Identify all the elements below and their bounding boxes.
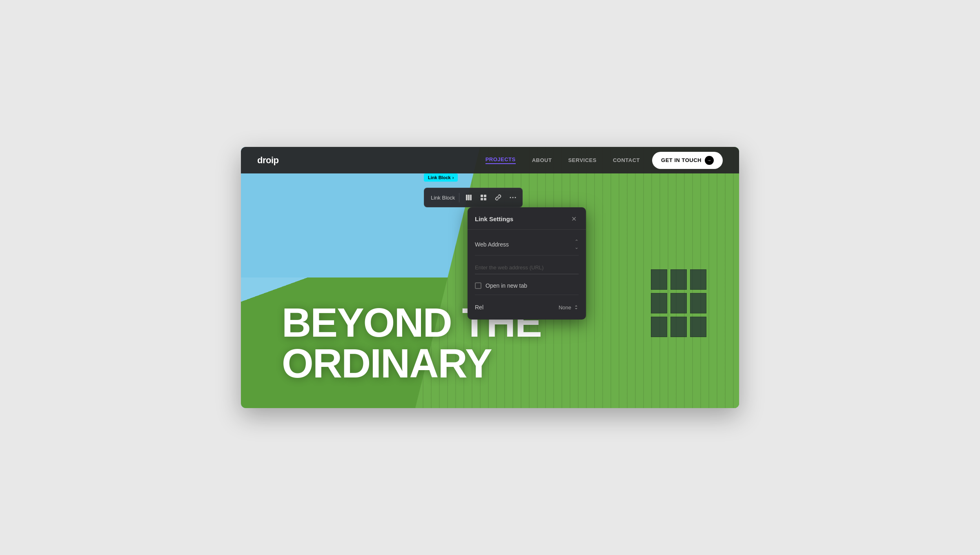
svg-rect-2 [470, 195, 472, 200]
web-address-row: Web Address ⌃⌄ [475, 235, 579, 255]
svg-rect-0 [466, 195, 468, 200]
svg-rect-4 [484, 195, 486, 197]
window-grid [651, 269, 706, 361]
checkbox-row: Open in new tab [475, 280, 579, 295]
nav-about[interactable]: ABOUT [532, 157, 552, 163]
link-settings-panel: Link Settings ✕ Web Address ⌃⌄ Open in n… [468, 207, 586, 320]
svg-point-9 [515, 197, 516, 198]
cta-button[interactable]: GET IN TOUCH → [652, 152, 723, 169]
cta-label: GET IN TOUCH [661, 157, 702, 163]
link-block-tag[interactable]: Link Block › [424, 173, 458, 182]
rel-value-row[interactable]: None [559, 304, 579, 311]
url-input[interactable] [475, 261, 579, 274]
web-address-label: Web Address [475, 241, 509, 248]
navbar: droip PROJECTS ABOUT SERVICES CONTACT GE… [241, 147, 739, 173]
toolbar-label: Link Block [427, 193, 459, 202]
svg-point-7 [510, 197, 511, 198]
browser-window: BEYOND THE ORDINARY droip PROJECTS ABOUT… [241, 147, 739, 408]
panel-body: Web Address ⌃⌄ Open in new tab Rel None [468, 230, 586, 320]
open-new-tab-label: Open in new tab [486, 282, 527, 289]
toolbar-btn-link[interactable] [491, 191, 505, 204]
svg-rect-3 [481, 195, 483, 197]
panel-close-button[interactable]: ✕ [569, 214, 579, 224]
rel-value-text: None [559, 304, 571, 311]
svg-rect-6 [484, 198, 486, 200]
cta-arrow-icon: → [705, 156, 714, 165]
nav-contact[interactable]: CONTACT [613, 157, 640, 163]
nav-links: PROJECTS ABOUT SERVICES CONTACT [486, 156, 640, 164]
panel-title: Link Settings [475, 215, 513, 222]
panel-header: Link Settings ✕ [468, 207, 586, 230]
hero-line2: ORDINARY [282, 343, 541, 384]
svg-rect-1 [468, 195, 470, 200]
nav-services[interactable]: SERVICES [568, 157, 597, 163]
toolbar: Link Block [424, 188, 523, 207]
open-new-tab-checkbox[interactable] [475, 282, 481, 289]
rel-row: Rel None [475, 301, 579, 314]
toolbar-btn-grid1[interactable] [462, 191, 476, 204]
link-block-tag-chevron: › [452, 175, 454, 180]
logo: droip [257, 155, 279, 166]
rel-chevron-icon [574, 304, 579, 310]
toolbar-btn-more[interactable] [506, 191, 520, 204]
svg-point-8 [512, 197, 514, 198]
chevron-updown-icon[interactable]: ⌃⌄ [575, 239, 579, 250]
svg-rect-5 [481, 198, 483, 200]
rel-label: Rel [475, 304, 483, 311]
link-block-tag-label: Link Block [428, 175, 451, 180]
nav-projects[interactable]: PROJECTS [486, 156, 516, 164]
toolbar-btn-grid2[interactable] [477, 191, 490, 204]
